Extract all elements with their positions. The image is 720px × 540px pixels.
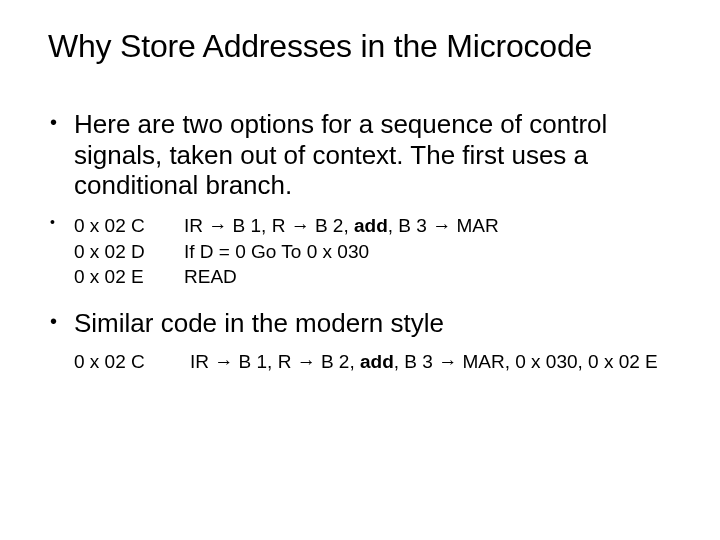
arrow-icon: → bbox=[291, 215, 310, 236]
instr-line: READ bbox=[184, 264, 672, 290]
address-column: 0 x 02 C bbox=[74, 349, 190, 375]
arrow-icon: → bbox=[438, 351, 457, 372]
bullet-1: • Here are two options for a sequence of… bbox=[48, 109, 672, 201]
instr-line: IR → B 1, R → B 2, add, B 3 → MAR bbox=[184, 213, 672, 239]
bullet-1-text: Here are two options for a sequence of c… bbox=[74, 109, 672, 201]
code-block-1: 0 x 02 C 0 x 02 D 0 x 02 E IR → B 1, R →… bbox=[74, 213, 672, 290]
bullet-3-text: Similar code in the modern style bbox=[74, 308, 672, 339]
address-column: 0 x 02 C 0 x 02 D 0 x 02 E bbox=[74, 213, 184, 290]
arrow-icon: → bbox=[297, 351, 316, 372]
bullet-dot-icon: • bbox=[48, 211, 74, 229]
instruction-column: IR → B 1, R → B 2, add, B 3 → MAR If D =… bbox=[184, 213, 672, 290]
bullet-2-code: • 0 x 02 C 0 x 02 D 0 x 02 E IR → B 1, R… bbox=[48, 211, 672, 298]
addr-line: 0 x 02 C bbox=[74, 213, 184, 239]
addr-line: 0 x 02 D bbox=[74, 239, 184, 265]
arrow-icon: → bbox=[432, 215, 451, 236]
bullet-dot-icon: • bbox=[48, 308, 74, 329]
code-block-2: 0 x 02 C IR → B 1, R → B 2, add, B 3 → M… bbox=[48, 349, 672, 375]
bullet-dot-icon: • bbox=[48, 109, 74, 130]
bullet-3: • Similar code in the modern style bbox=[48, 308, 672, 339]
instr-line: IR → B 1, R → B 2, add, B 3 → MAR, 0 x 0… bbox=[190, 349, 672, 375]
addr-line: 0 x 02 E bbox=[74, 264, 184, 290]
arrow-icon: → bbox=[208, 215, 227, 236]
instruction-column: IR → B 1, R → B 2, add, B 3 → MAR, 0 x 0… bbox=[190, 349, 672, 375]
arrow-icon: → bbox=[214, 351, 233, 372]
addr-line: 0 x 02 C bbox=[74, 349, 190, 375]
slide-title: Why Store Addresses in the Microcode bbox=[48, 28, 672, 65]
instr-line: If D = 0 Go To 0 x 030 bbox=[184, 239, 672, 265]
